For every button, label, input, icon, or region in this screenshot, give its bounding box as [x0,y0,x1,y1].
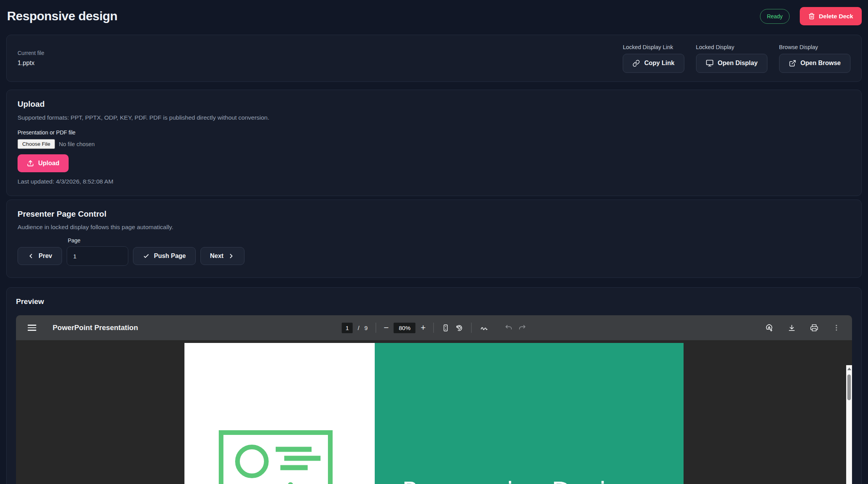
page-field-label: Page [68,237,128,244]
push-page-button[interactable]: Push Page [133,247,196,265]
page-count: 9 [365,325,368,331]
page-field-group: Page [67,237,128,266]
rotate-icon [455,323,464,332]
print-icon [810,323,818,332]
locked-display-link-group: Locked Display Link Copy Link [623,44,684,73]
open-browse-button[interactable]: Open Browse [779,54,850,73]
download-icon [788,324,796,332]
next-page-button[interactable]: Next [200,247,245,265]
scroll-up-arrow[interactable] [847,367,851,370]
prev-page-button[interactable]: Prev [18,247,62,265]
preview-card: Preview PowerPoint Presentation 1 / 9 − … [6,287,862,484]
delete-deck-label: Delete Deck [819,13,853,20]
ink-squiggle-icon [480,323,489,332]
push-page-label: Push Page [154,253,186,260]
pdf-toolbar: PowerPoint Presentation 1 / 9 − 80% + [16,315,852,340]
viewer-page-input[interactable]: 1 [342,323,353,333]
undo-button[interactable] [505,324,513,332]
delete-deck-button[interactable]: Delete Deck [800,7,862,25]
status-badge: Ready [760,9,790,24]
zoom-out-button[interactable]: − [384,323,389,333]
annotate-button[interactable] [480,323,489,332]
fit-page-icon [442,324,450,332]
upload-heading: Upload [18,99,850,109]
page-header: Responsive design Ready Delete Deck [6,0,862,25]
current-file-card: Current file 1.pptx Locked Display Link … [6,35,862,82]
zoom-in-button[interactable]: + [421,323,426,333]
external-link-icon [789,60,796,67]
toolbar-divider [376,323,376,333]
pdf-toolbar-center: 1 / 9 − 80% + [342,315,526,340]
browse-display-group: Browse Display Open Browse [779,44,850,73]
open-display-button[interactable]: Open Display [696,54,767,73]
viewer-scrollbar[interactable] [846,365,852,484]
presenter-control-card: Presenter Page Control Audience in locke… [6,200,862,278]
rotate-button[interactable] [455,323,464,332]
pdf-toolbar-right [765,323,840,332]
upload-icon [27,160,34,167]
undo-icon [505,324,513,332]
current-file-label: Current file [18,50,44,56]
chevron-right-icon [228,253,235,260]
no-file-chosen-text: No file chosen [59,141,95,147]
trash-icon [808,13,815,19]
toolbar-divider [434,323,434,333]
page-controls: Prev Page Push Page Next [18,237,850,266]
locked-display-link-label: Locked Display Link [623,44,684,50]
slide-page: Responsive Design [184,343,684,484]
toolbar-divider [497,323,497,333]
upload-button[interactable]: Upload [18,154,69,172]
pdf-page-area: Responsive Design [16,340,852,484]
locked-display-label: Locked Display [696,44,767,50]
preview-heading: Preview [16,297,852,306]
supported-formats-text: Supported formats: PPT, PPTX, ODP, KEY, … [18,114,850,121]
document-title: PowerPoint Presentation [53,323,138,332]
next-label: Next [210,253,224,260]
upload-card: Upload Supported formats: PPT, PPTX, ODP… [6,90,862,196]
prev-label: Prev [39,253,52,260]
fit-page-button[interactable] [442,324,450,332]
deck-manager-page: Responsive design Ready Delete Deck Curr… [0,0,868,484]
page-number-input[interactable] [67,246,128,266]
browse-display-label: Browse Display [779,44,850,50]
menu-icon[interactable] [28,325,36,331]
redo-icon [518,324,526,332]
toolbar-divider [471,323,472,333]
print-button[interactable] [810,323,818,332]
slide-green-panel: Responsive Design [375,343,684,484]
locked-display-group: Locked Display Open Display [696,44,767,73]
choose-file-button[interactable]: Choose File [18,139,55,149]
check-icon [143,253,150,260]
presenter-heading: Presenter Page Control [18,209,850,219]
page-separator: / [358,325,359,331]
chevron-left-icon [27,253,34,260]
copy-link-button[interactable]: Copy Link [623,54,684,73]
kebab-menu-icon [833,324,840,332]
more-options-button[interactable] [833,324,840,332]
presenter-description: Audience in locked display follows this … [18,224,850,231]
add-annotation-button[interactable] [765,323,774,332]
file-input[interactable]: Choose File No file chosen [18,139,850,149]
image-placeholder-icon [219,430,333,484]
redo-button[interactable] [518,324,526,332]
current-file-name: 1.pptx [18,60,44,67]
slide-title: Responsive Design [402,477,638,484]
pdf-viewer: PowerPoint Presentation 1 / 9 − 80% + [16,315,852,484]
zoom-level-input[interactable]: 80% [394,323,416,333]
monitor-icon [706,59,714,67]
open-browse-label: Open Browse [801,60,841,67]
open-display-label: Open Display [718,60,758,67]
page-title: Responsive design [7,9,117,23]
copy-link-label: Copy Link [644,60,674,67]
upload-button-label: Upload [38,160,59,167]
display-actions: Locked Display Link Copy Link Locked Dis… [623,44,850,73]
add-annotation-icon [765,323,774,332]
current-file-info: Current file 1.pptx [18,50,44,67]
scrollbar-thumb[interactable] [847,374,851,400]
file-field-label: Presentation or PDF file [18,129,850,136]
download-button[interactable] [788,324,796,332]
link-icon [632,60,640,67]
last-updated-text: Last updated: 4/3/2026, 8:52:08 AM [18,178,850,185]
